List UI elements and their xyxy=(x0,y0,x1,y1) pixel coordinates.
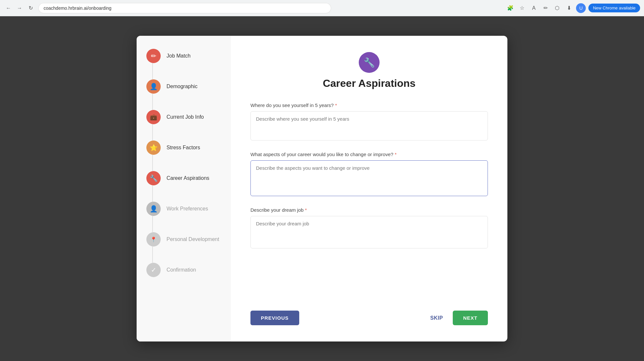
browser-actions: 🧩 ☆ A ✏ ⬡ ⬇ U New Chrome available xyxy=(506,3,640,13)
skip-button[interactable]: SKIP xyxy=(430,315,443,321)
required-star-2: * xyxy=(393,152,396,157)
form-group-career-change: What aspects of your career would you li… xyxy=(250,152,488,197)
next-button[interactable]: NEXT xyxy=(453,311,488,325)
sidebar: ✏ Job Match 👤 Demographic 💼 Current Job … xyxy=(137,36,231,341)
sidebar-label-current-job: Current Job Info xyxy=(167,114,204,120)
extensions2-icon[interactable]: ⬡ xyxy=(553,4,562,13)
sidebar-item-job-match[interactable]: ✏ Job Match xyxy=(137,49,231,63)
bookmark-icon[interactable]: ☆ xyxy=(517,4,527,13)
main-content: 🔧 Career Aspirations Where do you see yo… xyxy=(231,36,507,341)
sidebar-label-personal-dev: Personal Development xyxy=(167,236,219,242)
sidebar-item-confirmation[interactable]: ✓ Confirmation xyxy=(137,263,231,277)
back-button[interactable]: ← xyxy=(4,4,13,13)
page-icon: 🔧 xyxy=(359,52,380,73)
sidebar-label-career-aspirations: Career Aspirations xyxy=(167,175,209,181)
sidebar-item-demographic[interactable]: 👤 Demographic xyxy=(137,79,231,94)
sidebar-label-work-preferences: Work Preferences xyxy=(167,206,208,212)
extensions-icon[interactable]: 🧩 xyxy=(506,4,515,13)
work-preferences-icon: 👤 xyxy=(146,202,161,216)
pen-icon[interactable]: ✏ xyxy=(541,4,550,13)
career-aspirations-icon: 🔧 xyxy=(146,171,161,185)
label-career-change: What aspects of your career would you li… xyxy=(250,152,488,157)
sidebar-item-current-job-info[interactable]: 💼 Current Job Info xyxy=(137,110,231,124)
sidebar-item-stress-factors[interactable]: ⭐ Stress Factors xyxy=(137,140,231,155)
textarea-dream-job[interactable] xyxy=(250,216,488,248)
form-group-dream-job: Describe your dream job * xyxy=(250,207,488,250)
new-chrome-badge[interactable]: New Chrome available xyxy=(588,4,640,12)
required-star-1: * xyxy=(334,102,337,108)
confirmation-icon: ✓ xyxy=(146,263,161,277)
right-buttons: SKIP NEXT xyxy=(430,311,488,325)
form-footer: PREVIOUS SKIP NEXT xyxy=(250,304,488,325)
translate-icon[interactable]: A xyxy=(529,4,538,13)
forward-button[interactable]: → xyxy=(15,4,24,13)
page-title: Career Aspirations xyxy=(323,77,415,89)
page-header: 🔧 Career Aspirations xyxy=(250,52,488,89)
nav-buttons: ← → ↻ xyxy=(4,4,35,13)
label-five-years: Where do you see yourself in 5 years? * xyxy=(250,102,488,108)
connector-4 xyxy=(152,155,153,171)
form-group-five-years: Where do you see yourself in 5 years? * xyxy=(250,102,488,142)
stress-icon: ⭐ xyxy=(146,140,161,155)
modal: ✏ Job Match 👤 Demographic 💼 Current Job … xyxy=(137,36,507,341)
sidebar-label-stress: Stress Factors xyxy=(167,145,200,151)
sidebar-item-career-aspirations[interactable]: 🔧 Career Aspirations xyxy=(137,171,231,185)
sidebar-label-confirmation: Confirmation xyxy=(167,267,196,273)
connector-3 xyxy=(152,124,153,140)
connector-1 xyxy=(152,63,153,79)
sidebar-label-job-match: Job Match xyxy=(167,53,191,59)
connector-5 xyxy=(152,185,153,202)
sidebar-label-demographic: Demographic xyxy=(167,84,197,89)
current-job-icon: 💼 xyxy=(146,110,161,124)
refresh-button[interactable]: ↻ xyxy=(26,4,35,13)
label-dream-job: Describe your dream job * xyxy=(250,207,488,213)
connector-7 xyxy=(152,247,153,263)
textarea-career-change[interactable] xyxy=(250,160,488,196)
browser-bar: ← → ↻ 🧩 ☆ A ✏ ⬡ ⬇ U New Chrome available xyxy=(0,0,644,16)
address-bar[interactable] xyxy=(38,3,331,13)
previous-button[interactable]: PREVIOUS xyxy=(250,311,299,325)
app-container: ✏ Job Match 👤 Demographic 💼 Current Job … xyxy=(0,16,644,361)
connector-6 xyxy=(152,216,153,232)
sidebar-item-work-preferences[interactable]: 👤 Work Preferences xyxy=(137,202,231,216)
profile-avatar[interactable]: U xyxy=(576,3,586,13)
personal-dev-icon: 📍 xyxy=(146,232,161,247)
connector-2 xyxy=(152,94,153,110)
sidebar-item-personal-development[interactable]: 📍 Personal Development xyxy=(137,232,231,247)
download-icon[interactable]: ⬇ xyxy=(564,4,573,13)
textarea-five-years[interactable] xyxy=(250,111,488,140)
required-star-3: * xyxy=(303,207,307,213)
demographic-icon: 👤 xyxy=(146,79,161,94)
job-match-icon: ✏ xyxy=(146,49,161,63)
